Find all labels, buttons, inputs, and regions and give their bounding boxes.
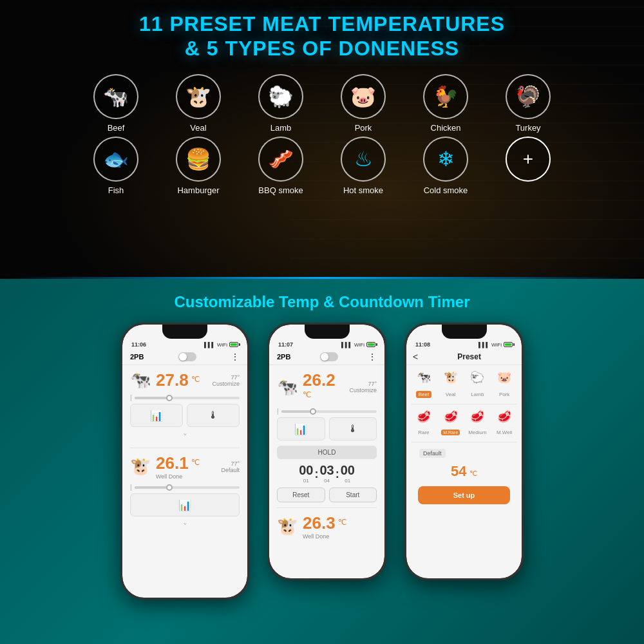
phone-1-temp-btn[interactable]: 🌡 <box>187 404 240 427</box>
phone-2-toggle[interactable] <box>320 352 338 361</box>
meat-type-pork: 🐷 Pork <box>328 74 399 133</box>
chicken-label: Chicken <box>431 123 461 133</box>
hamburger-label: Hamburger <box>177 185 219 195</box>
lamb-icon: 🐑 <box>258 74 303 119</box>
phone-3-setup-button[interactable]: Set up <box>418 486 510 504</box>
phone-1-probe-2-row: 🐮 26.1 ℃ Well Done 77° Default <box>130 453 240 480</box>
meat-icons-row-1: 🐄 Beef 🐮 Veal 🐑 Lamb 🐷 Pork 🐓 Chi <box>80 74 564 133</box>
phone-1-chart-btn-2[interactable]: 📊 <box>130 493 240 516</box>
phone-3-meat-icons: 🐄 🐮 🐑 🐷 <box>412 368 516 387</box>
meat-type-chicken: 🐓 Chicken <box>410 74 481 133</box>
page-title: 11 PRESET MEAT TEMPERATURES & 5 TYPES OF… <box>139 12 505 61</box>
phone-3-preset-header: < Preset <box>406 349 522 365</box>
phone-3-veal-item[interactable]: 🐮 <box>439 370 463 384</box>
phone-3-content: 🐄 🐮 🐑 🐷 <box>406 365 522 578</box>
phone-3-beef-label: Beef <box>416 391 431 398</box>
phone-1-probe-1-icon: 🐄 <box>130 370 151 390</box>
bbq-smoke-icon: 🥓 <box>258 137 303 182</box>
phone-1-probe-1-slider[interactable]: | <box>130 394 240 401</box>
phone-1-probe-divider <box>130 448 240 448</box>
top-section: 11 PRESET MEAT TEMPERATURES & 5 TYPES OF… <box>0 0 644 277</box>
phone-3-preset-temp: 54 <box>451 463 466 479</box>
battery-icon <box>229 342 238 347</box>
phone-3-lamb-label: Lamb <box>471 392 484 397</box>
phone-3-rare-item[interactable]: 🥩 <box>412 410 436 424</box>
meat-type-custom[interactable]: + <box>493 137 564 195</box>
phone-2-probe-divider <box>277 507 377 508</box>
phone-2-chart-btn[interactable]: 📊 <box>277 417 325 440</box>
phone-2-probe-1-row: 🐄 26.2 ℃ 77° Customize <box>277 370 377 404</box>
phone-2-probe-1-temp: 26.2 <box>303 370 336 390</box>
phone-3-medium-label: Medium <box>468 430 486 435</box>
phone-2-app-name: 2PB <box>277 353 290 361</box>
phone-3-beef-item[interactable]: 🐄 <box>412 370 436 384</box>
phone-2-hold-button[interactable]: HOLD <box>277 446 377 459</box>
phone-1-notch <box>162 325 207 339</box>
phone-1-probe-2-status: Well Done <box>156 473 200 480</box>
phone-1-probe-2-slider[interactable]: | <box>130 484 240 491</box>
phone-2-probe-2-icon: 🐮 <box>277 516 298 536</box>
phone-3-veal-label: Veal <box>446 392 456 397</box>
pork-label: Pork <box>355 123 372 133</box>
meat-type-bbq-smoke: 🥓 BBQ smoke <box>245 137 316 195</box>
phone-1-probe-2-buttons: 📊 <box>130 493 240 516</box>
phone-1-probe-2-unit: ℃ <box>191 458 200 467</box>
phone-3-screen: 11:08 ▌▌▌ WiFi < Preset 🐄 <box>406 325 522 578</box>
phone-1-screen: 11:06 ▌▌▌ WiFi 2PB ⋮ 🐄 <box>122 325 247 598</box>
phone-3-medium-item[interactable]: 🥩 <box>466 410 490 424</box>
phone-2-temp-btn[interactable]: 🌡 <box>329 417 377 440</box>
phone-1-header: 2PB ⋮ <box>122 349 247 365</box>
phone-1-toggle[interactable] <box>178 352 196 361</box>
turkey-label: Turkey <box>515 123 540 133</box>
phone-3-default-row: Default <box>412 446 516 460</box>
cold-smoke-label: Cold smoke <box>424 185 468 195</box>
phone-1: 11:06 ▌▌▌ WiFi 2PB ⋮ 🐄 <box>120 323 249 600</box>
phone-3: 11:08 ▌▌▌ WiFi < Preset 🐄 <box>404 323 524 580</box>
bottom-title: Customizable Temp & Countdown Timer <box>174 293 469 311</box>
fish-icon: 🐟 <box>93 137 138 182</box>
meat-type-hot-smoke: ♨ Hot smoke <box>328 137 399 195</box>
phone-1-chart-btn[interactable]: 📊 <box>130 404 183 427</box>
phone-2-probe-1-icon: 🐄 <box>277 377 298 397</box>
lamb-label: Lamb <box>270 123 292 133</box>
phone-1-probe-1-temp: 27.8 <box>156 370 189 390</box>
phone-3-back-button[interactable]: < <box>413 352 418 362</box>
bbq-smoke-label: BBQ smoke <box>258 185 303 195</box>
phone-2-probe-2-unit: ℃ <box>338 518 346 527</box>
phone-3-rare-label: Rare <box>418 430 429 435</box>
phone-2-countdown: 00 01 : 03 04 : 00 01 <box>277 463 377 484</box>
meat-type-hamburger: 🍔 Hamburger <box>163 137 234 195</box>
phone-2-probe-1-slider[interactable]: | <box>277 408 377 415</box>
meat-type-lamb: 🐑 Lamb <box>245 74 316 133</box>
phone-2-reset-btn[interactable]: Reset <box>277 488 325 502</box>
phone-2-start-btn[interactable]: Start <box>329 488 377 502</box>
phone-2-probe-1-unit: ℃ <box>303 390 311 399</box>
fish-label: Fish <box>108 185 124 195</box>
meat-type-turkey: 🦃 Turkey <box>493 74 564 133</box>
phone-3-pork-item[interactable]: 🐷 <box>492 370 516 384</box>
meat-icons-row-2: 🐟 Fish 🍔 Hamburger 🥓 BBQ smoke ♨ Hot smo… <box>80 137 564 195</box>
meat-types-grid: 🐄 Beef 🐮 Veal 🐑 Lamb 🐷 Pork 🐓 Chi <box>80 74 564 195</box>
beef-icon: 🐄 <box>93 74 138 119</box>
phone-3-lamb-item[interactable]: 🐑 <box>466 370 490 384</box>
beef-label: Beef <box>108 123 125 133</box>
phone-3-mrare-item[interactable]: 🥩 <box>439 410 463 424</box>
meat-type-veal: 🐮 Veal <box>163 74 234 133</box>
phone-3-mwell-item[interactable]: 🥩 <box>492 410 516 424</box>
phone-3-time: 11:08 <box>415 341 430 348</box>
add-custom-icon[interactable]: + <box>506 137 551 182</box>
phone-1-time: 11:06 <box>131 341 146 348</box>
phone-2-probe-1-buttons: 📊 🌡 <box>277 417 377 440</box>
chicken-icon: 🐓 <box>423 74 468 119</box>
phone-1-probe-2-temp: 26.1 <box>156 453 189 473</box>
cold-smoke-icon: ❄ <box>423 137 468 182</box>
phone-2-probe-2-status: Well Done <box>303 533 346 540</box>
pork-icon: 🐷 <box>341 74 386 119</box>
phone-3-battery-icon <box>504 342 513 347</box>
phone-2-notch <box>305 325 350 339</box>
phone-3-preset-temp-unit: ℃ <box>469 469 477 477</box>
phone-3-mrare-label: M.Rare <box>441 430 460 435</box>
meat-type-beef: 🐄 Beef <box>80 74 151 133</box>
phone-2-probe-2-row: 🐮 26.3 ℃ Well Done <box>277 513 377 540</box>
phone-1-content: 🐄 27.8 ℃ 77° Customize | <box>122 365 247 598</box>
